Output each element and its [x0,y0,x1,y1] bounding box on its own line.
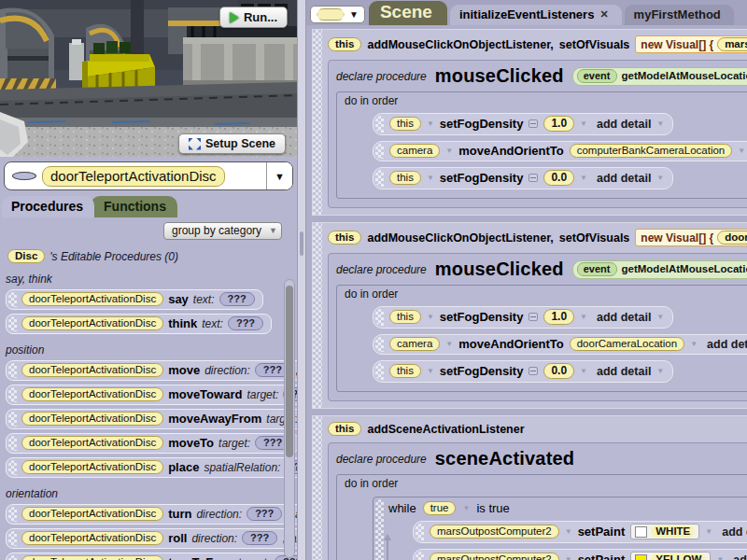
chevron-down-icon[interactable]: ▼ [738,147,745,155]
scrollbar-thumb[interactable] [286,286,293,457]
visual-array-box[interactable]: new Visual[] {doorTeleportActivationDisc… [635,229,747,246]
procedure-tile[interactable]: doorTeleportActivationDiscmoveTotarget:?… [6,433,297,454]
number-value-pill[interactable]: 1.0 [543,116,574,132]
chevron-down-icon[interactable]: ▼ [580,313,587,321]
subject-pill[interactable]: marsOutpostComputer2 [430,553,559,560]
scene-object-dropdown[interactable]: ▼ [310,6,365,23]
subject-pill[interactable]: doorTeleportActivationDisc [21,436,163,450]
event-listener-group[interactable]: thisaddSceneActivationListenerdeclare pr… [312,415,747,560]
condition-pill[interactable]: true [423,501,457,515]
group-by-select[interactable]: group by category ▼ [163,222,282,240]
scene-preview[interactable]: Run... Setup Scene [0,0,297,157]
array-element-pill[interactable]: marsOutpostComputer2 [717,37,747,51]
drag-handle[interactable] [375,116,384,133]
chevron-down-icon[interactable]: ▼ [705,527,712,536]
drag-handle[interactable] [375,309,384,326]
event-parameter-pill[interactable]: eventgetModelAtMouseLocation [572,67,747,86]
drag-handle[interactable] [8,363,17,378]
chevron-down-icon[interactable]: ▼ [580,174,587,182]
statement-tile[interactable]: camera▼moveAndOrientTocomputerBankCamera… [373,141,747,161]
statement-tile[interactable]: marsOutpostComputer2▼setPaintWHITE▼add d… [413,521,747,543]
chevron-down-icon[interactable]: ▼ [565,527,572,536]
visual-array-box[interactable]: new Visual[] {marsOutpostComputer2} [635,35,747,53]
subject-pill[interactable]: doorTeleportActivationDisc [21,316,163,330]
chevron-down-icon[interactable]: ▼ [690,340,698,348]
drag-handle[interactable] [8,292,17,307]
array-element-pill[interactable]: doorTeleportActivationDisc [717,231,747,245]
procedure-tile[interactable]: doorTeleportActivationDiscsaytext:??? [6,289,263,310]
tab-functions[interactable]: Functions [91,196,177,217]
subject-pill[interactable]: this [328,37,361,51]
procedure-tile[interactable]: doorTeleportActivationDiscmoveTowardtarg… [6,385,297,405]
chevron-down-icon[interactable]: ▼ [427,174,434,182]
drag-strip[interactable] [313,223,322,408]
add-detail-button[interactable]: add detail [597,365,651,378]
splitter-grip[interactable] [300,231,303,256]
drag-handle[interactable] [8,436,17,451]
object-selector-dropdown[interactable]: ▼ [266,162,292,189]
chevron-down-icon[interactable]: ▼ [445,147,453,155]
procedure-tile[interactable]: doorTeleportActivationDiscmoveAwayFromta… [6,409,297,429]
subject-pill[interactable]: doorTeleportActivationDisc [21,412,163,426]
subject-pill[interactable]: doorTeleportActivationDisc [21,363,163,377]
argument-pill[interactable]: computerBankCameraLocation [570,144,733,158]
param-value-pill[interactable]: ??? [247,507,282,521]
number-value-pill[interactable]: 1.0 [543,309,574,325]
add-detail-button[interactable]: add detail [597,172,651,185]
procedure-tile[interactable]: doorTeleportActivationDiscplacespatialRe… [6,457,297,478]
add-detail-button[interactable]: add detail [733,553,747,560]
subject-pill[interactable]: doorTeleportActivationDisc [21,555,163,560]
argument-pill[interactable]: doorCameraLocation [570,337,684,351]
drag-strip[interactable] [313,30,322,215]
drag-handle[interactable] [375,337,384,352]
drag-handle[interactable] [8,412,17,427]
statement-tile[interactable]: this▼setFogDensity0.0▼add detail▼ [373,167,673,189]
listener-header[interactable]: thisaddSceneActivationListener [328,422,747,436]
subject-pill[interactable]: this [389,171,421,185]
statement-tile[interactable]: camera▼moveAndOrientTodoorCameraLocation… [373,334,747,355]
drag-handle[interactable] [375,363,384,380]
chevron-down-icon[interactable]: ▼ [716,555,724,560]
event-listener-group[interactable]: thisaddMouseClickOnObjectListener,setOfV… [312,222,747,409]
param-value-pill[interactable]: ??? [219,292,255,306]
drag-strip[interactable] [313,416,322,560]
subject-pill[interactable]: doorTeleportActivationDisc [21,507,163,521]
drag-handle[interactable] [416,552,424,560]
statement-tile[interactable]: this▼setFogDensity1.0▼add detail▼ [373,306,673,329]
chevron-down-icon[interactable]: ▼ [656,119,664,128]
setup-scene-button[interactable]: Setup Scene [178,133,286,154]
paint-dropdown[interactable]: WHITE [630,524,699,539]
chevron-down-icon[interactable]: ▼ [580,119,587,128]
procedure-tile[interactable]: doorTeleportActivationDiscturnToFacetarg… [6,553,297,560]
drag-handle[interactable] [8,507,17,522]
tab-procedures[interactable]: Procedures [2,196,94,217]
drag-handle[interactable] [416,524,424,540]
event-listener-group[interactable]: thisaddMouseClickOnObjectListener,setOfV… [312,29,747,216]
subject-pill[interactable]: doorTeleportActivationDisc [21,387,163,401]
run-button[interactable]: Run... [219,7,288,28]
procedure-tile[interactable]: doorTeleportActivationDiscmovedirection:… [6,360,297,381]
subject-pill[interactable]: doorTeleportActivationDisc [21,460,163,474]
chevron-down-icon[interactable]: ▼ [565,555,572,560]
procedure-tile[interactable]: doorTeleportActivationDiscthinktext:??? [6,314,272,334]
chevron-down-icon[interactable]: ▼ [656,174,664,182]
subject-pill[interactable]: camera [389,337,440,351]
subject-pill[interactable]: marsOutpostComputer2 [430,525,559,539]
add-detail-button[interactable]: add detail [707,338,747,351]
chevron-down-icon[interactable]: ▼ [427,367,434,375]
chevron-down-icon[interactable]: ▼ [462,504,470,512]
number-value-pill[interactable]: 0.0 [543,170,574,186]
subject-pill[interactable]: this [328,422,361,436]
tab-initialize-event-listeners[interactable]: initializeEventListeners ✕ [450,5,622,25]
while-loop-block[interactable]: whiletrue▼is truemarsOutpostComputer2▼se… [373,497,747,560]
drag-handle[interactable] [8,316,17,331]
add-detail-button[interactable]: add detail [722,525,747,539]
subject-pill[interactable]: doorTeleportActivationDisc [21,531,163,545]
subject-pill[interactable]: this [389,310,421,324]
subject-pill[interactable]: camera [389,144,440,158]
left-scrollbar[interactable] [284,279,295,558]
event-parameter-pill[interactable]: eventgetModelAtMouseLocation [572,260,747,279]
chevron-down-icon[interactable]: ▼ [580,367,587,375]
listener-header[interactable]: thisaddMouseClickOnObjectListener,setOfV… [328,229,747,246]
drag-handle[interactable] [375,144,384,159]
